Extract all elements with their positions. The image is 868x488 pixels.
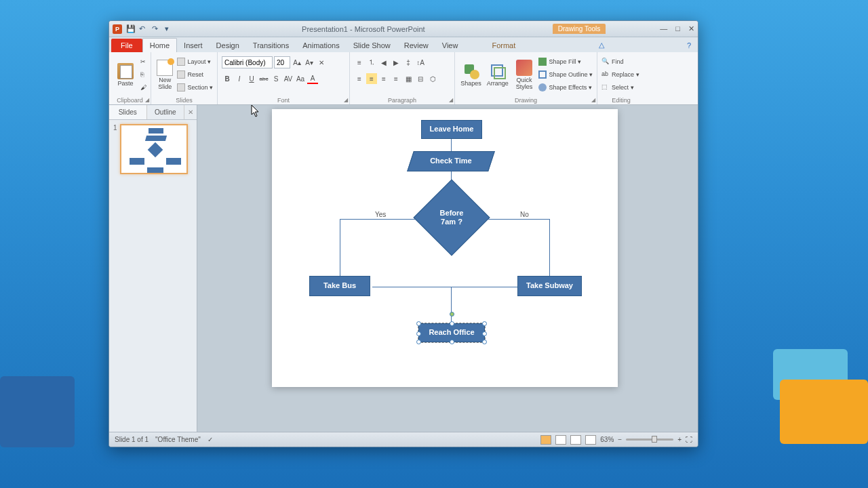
zoom-out-button[interactable]: − bbox=[618, 436, 622, 443]
transitions-tab[interactable]: Transitions bbox=[246, 39, 296, 52]
char-spacing-button[interactable]: AV bbox=[283, 73, 294, 84]
connector[interactable] bbox=[451, 287, 452, 323]
strikethrough-button[interactable]: abc bbox=[258, 73, 269, 84]
shrink-font-button[interactable]: A▾ bbox=[304, 57, 315, 68]
drawing-launcher-icon[interactable]: ◢ bbox=[591, 97, 595, 103]
flowchart-terminator[interactable]: Leave Home bbox=[421, 120, 482, 139]
shapes-button[interactable]: Shapes bbox=[459, 56, 483, 95]
font-launcher-icon[interactable]: ◢ bbox=[344, 97, 348, 103]
underline-button[interactable]: U bbox=[246, 73, 257, 84]
close-button[interactable]: ✕ bbox=[688, 24, 694, 33]
spellcheck-icon[interactable]: ✓ bbox=[208, 436, 213, 443]
slide[interactable]: Yes No Leave Home Check Time Before 7am … bbox=[272, 109, 618, 387]
justify-button[interactable]: ≡ bbox=[391, 73, 401, 84]
decrease-indent-button[interactable]: ◀ bbox=[378, 57, 389, 68]
italic-button[interactable]: I bbox=[234, 73, 245, 84]
sorter-view-button[interactable] bbox=[555, 435, 566, 445]
arrange-button[interactable]: Arrange bbox=[486, 56, 509, 95]
grow-font-button[interactable]: A▴ bbox=[292, 57, 302, 68]
animations-tab[interactable]: Animations bbox=[296, 39, 346, 52]
connector[interactable] bbox=[479, 219, 550, 220]
align-center-button[interactable]: ≡ bbox=[366, 73, 377, 84]
quick-styles-button[interactable]: Quick Styles bbox=[512, 56, 536, 95]
flowchart-data[interactable]: Check Time bbox=[407, 151, 495, 171]
columns-button[interactable]: ▦ bbox=[403, 73, 414, 84]
new-slide-button[interactable]: New Slide bbox=[155, 56, 174, 95]
select-button[interactable]: ⬚Select ▾ bbox=[601, 81, 639, 93]
design-tab[interactable]: Design bbox=[210, 39, 246, 52]
smartart-button[interactable]: ⬡ bbox=[427, 73, 438, 84]
help-icon[interactable]: ? bbox=[684, 39, 694, 52]
paste-button[interactable]: Paste bbox=[113, 56, 138, 95]
file-tab[interactable]: File bbox=[111, 39, 142, 52]
clipboard-launcher-icon[interactable]: ◢ bbox=[145, 97, 149, 103]
text-shadow-button[interactable]: S bbox=[271, 73, 281, 84]
align-right-button[interactable]: ≡ bbox=[378, 73, 389, 84]
fit-to-window-button[interactable]: ⛶ bbox=[686, 436, 692, 443]
panel-close-button[interactable]: ✕ bbox=[184, 105, 197, 119]
slide-thumbnail[interactable]: 1 bbox=[113, 124, 193, 174]
connector[interactable] bbox=[340, 219, 340, 276]
slides-panel-tab[interactable]: Slides bbox=[109, 105, 147, 119]
resize-handle[interactable] bbox=[416, 321, 421, 326]
connector[interactable] bbox=[549, 219, 550, 276]
paragraph-launcher-icon[interactable]: ◢ bbox=[449, 97, 453, 103]
align-text-button[interactable]: ⊟ bbox=[415, 73, 426, 84]
rotate-handle[interactable] bbox=[450, 312, 454, 317]
undo-icon[interactable]: ↶ bbox=[139, 24, 149, 34]
resize-handle[interactable] bbox=[482, 331, 487, 336]
bullets-button[interactable]: ≡ bbox=[354, 57, 365, 68]
home-tab[interactable]: Home bbox=[142, 38, 177, 52]
find-button[interactable]: 🔍Find bbox=[601, 56, 639, 67]
zoom-in-button[interactable]: + bbox=[677, 436, 682, 443]
font-name-select[interactable] bbox=[222, 56, 273, 68]
resize-handle[interactable] bbox=[482, 321, 487, 326]
align-left-button[interactable]: ≡ bbox=[354, 73, 365, 84]
connector[interactable] bbox=[451, 138, 452, 151]
flowchart-decision[interactable]: Before 7am ? bbox=[418, 190, 486, 245]
line-spacing-button[interactable]: ‡ bbox=[403, 57, 414, 68]
ribbon-minimize-icon[interactable]: △ bbox=[596, 38, 607, 52]
resize-handle[interactable] bbox=[450, 321, 454, 326]
font-color-button[interactable]: A bbox=[307, 73, 318, 84]
layout-button[interactable]: Layout ▾ bbox=[177, 56, 213, 67]
review-tab[interactable]: Review bbox=[397, 39, 435, 52]
cut-button[interactable]: ✂ bbox=[140, 56, 146, 67]
redo-icon[interactable]: ↷ bbox=[152, 24, 161, 34]
numbering-button[interactable]: ⒈ bbox=[366, 57, 377, 68]
reset-button[interactable]: Reset bbox=[177, 68, 213, 80]
section-button[interactable]: Section ▾ bbox=[177, 81, 213, 93]
resize-handle[interactable] bbox=[416, 331, 421, 336]
copy-button[interactable]: ⎘ bbox=[140, 68, 146, 80]
format-tab[interactable]: Format bbox=[485, 39, 522, 52]
shape-effects-button[interactable]: Shape Effects ▾ bbox=[538, 81, 593, 93]
outline-panel-tab[interactable]: Outline bbox=[147, 105, 185, 119]
qat-more-icon[interactable]: ▾ bbox=[165, 24, 174, 34]
resize-handle[interactable] bbox=[482, 340, 487, 344]
minimize-button[interactable]: — bbox=[660, 24, 667, 33]
flowchart-process-selected[interactable]: Reach Office bbox=[418, 323, 485, 342]
clear-format-button[interactable]: ✕ bbox=[316, 57, 327, 68]
shape-outline-button[interactable]: Shape Outline ▾ bbox=[538, 68, 593, 80]
font-size-select[interactable] bbox=[274, 56, 290, 68]
increase-indent-button[interactable]: ▶ bbox=[391, 57, 401, 68]
slide-canvas[interactable]: Yes No Leave Home Check Time Before 7am … bbox=[197, 105, 698, 432]
normal-view-button[interactable] bbox=[540, 435, 551, 445]
slideshow-view-button[interactable] bbox=[585, 435, 596, 445]
slideshow-tab[interactable]: Slide Show bbox=[347, 39, 397, 52]
bold-button[interactable]: B bbox=[222, 73, 233, 84]
change-case-button[interactable]: Aa bbox=[295, 73, 306, 84]
maximize-button[interactable]: □ bbox=[675, 24, 680, 33]
zoom-slider[interactable] bbox=[626, 439, 673, 441]
text-direction-button[interactable]: ↕A bbox=[415, 57, 426, 68]
flowchart-process[interactable]: Take Subway bbox=[517, 276, 582, 296]
resize-handle[interactable] bbox=[416, 340, 421, 344]
connector[interactable] bbox=[340, 219, 424, 220]
view-tab[interactable]: View bbox=[435, 39, 465, 52]
resize-handle[interactable] bbox=[450, 340, 454, 344]
zoom-level[interactable]: 63% bbox=[600, 436, 614, 443]
zoom-slider-thumb[interactable] bbox=[652, 436, 657, 443]
insert-tab[interactable]: Insert bbox=[177, 39, 210, 52]
reading-view-button[interactable] bbox=[570, 435, 581, 445]
save-icon[interactable]: 💾 bbox=[126, 24, 136, 34]
